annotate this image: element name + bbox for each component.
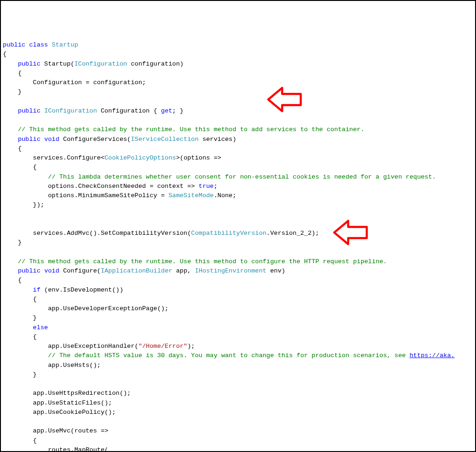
token-type: IConfiguration <box>74 60 127 67</box>
token-plain: app.UseStaticFiles(); <box>33 399 112 406</box>
token-plain: } <box>18 239 21 246</box>
code-line: app.UseDeveloperExceptionPage(); <box>3 304 473 313</box>
token-kw: public <box>18 107 40 114</box>
token-plain: ); <box>187 343 195 350</box>
code-line: app.UseCookiePolicy(); <box>3 408 473 417</box>
code-line: app.UseStaticFiles(); <box>3 399 473 408</box>
token-plain: Configuration = configuration; <box>33 79 146 86</box>
code-line: if (env.IsDevelopment()) <box>3 286 473 295</box>
token-kw: public <box>3 41 26 48</box>
token-plain <box>40 107 44 114</box>
token-plain: routes.MapRoute( <box>48 446 108 452</box>
token-plain: configuration) <box>127 60 184 67</box>
token-kw: else <box>33 324 48 331</box>
token-type: CompatibilityVersion <box>191 230 266 237</box>
token-plain <box>40 136 44 143</box>
code-line: app.UseMvc(routes => <box>3 426 473 436</box>
code-line: // The default HSTS value is 30 days. Yo… <box>3 351 473 360</box>
token-plain: .None; <box>214 192 237 199</box>
token-kw: void <box>44 136 59 143</box>
token-plain: services.AddMvc().SetCompatibilityVersio… <box>33 230 191 237</box>
token-plain: { <box>33 437 37 444</box>
token-plain: options.CheckConsentNeeded = context => <box>48 183 198 190</box>
code-line: Configuration = configuration; <box>3 78 473 87</box>
code-line: services.Configure<CookiePolicyOptions>(… <box>3 153 473 163</box>
token-plain: { <box>33 296 37 303</box>
token-plain: Configuration { <box>97 107 161 114</box>
code-line <box>3 379 473 389</box>
code-line: { <box>3 436 473 445</box>
token-str: "/Home/Error" <box>139 343 187 350</box>
token-plain: { <box>33 333 37 340</box>
code-line <box>3 219 473 229</box>
code-line <box>3 116 473 125</box>
token-plain: app.UseHsts(); <box>48 362 100 369</box>
token-plain: }); <box>33 201 44 208</box>
code-line: { <box>3 332 473 342</box>
token-plain: { <box>3 51 7 58</box>
token-plain: { <box>33 164 37 171</box>
code-line: options.CheckConsentNeeded = context => … <box>3 182 473 191</box>
token-plain: { <box>18 277 21 284</box>
token-plain: app, <box>172 267 195 274</box>
token-plain: services.Configure< <box>33 154 105 161</box>
code-line: // This lambda determines whether user c… <box>3 173 473 182</box>
token-type: CookiePolicyOptions <box>105 154 176 161</box>
token-plain <box>40 267 44 274</box>
code-line: app.UseExceptionHandler("/Home/Error"); <box>3 342 473 351</box>
token-plain: ; <box>214 183 218 190</box>
code-line: { <box>3 50 473 59</box>
token-kw: true <box>198 183 213 190</box>
token-comment: // This method gets called by the runtim… <box>18 258 387 265</box>
token-kw: void <box>44 267 59 274</box>
token-plain: Configure( <box>60 267 101 274</box>
token-plain: } <box>18 88 21 95</box>
token-plain: app.UseMvc(routes => <box>33 427 108 434</box>
code-line: { <box>3 144 473 153</box>
code-line: { <box>3 69 473 78</box>
code-line: public Startup(IConfiguration configurat… <box>3 60 473 69</box>
token-kw: public <box>18 267 40 274</box>
token-plain: { <box>18 70 21 77</box>
token-comment: // The default HSTS value is 30 days. Yo… <box>48 352 410 359</box>
token-kw: if <box>33 286 40 293</box>
token-type: IHostingEnvironment <box>195 267 266 274</box>
code-line: } <box>3 87 473 97</box>
token-plain: app.UseExceptionHandler( <box>48 343 138 350</box>
code-line: // This method gets called by the runtim… <box>3 257 473 266</box>
token-plain: { <box>18 145 21 152</box>
code-line: app.UseHttpsRedirection(); <box>3 389 473 398</box>
code-line <box>3 210 473 219</box>
token-type: SameSiteMode <box>168 192 213 199</box>
code-line <box>3 97 473 106</box>
token-comment: // This method gets called by the runtim… <box>18 126 364 133</box>
token-plain: ConfigureServices( <box>60 136 131 143</box>
code-line: }); <box>3 200 473 210</box>
code-line: { <box>3 295 473 304</box>
token-type: IServiceCollection <box>131 136 198 143</box>
token-kw: public <box>18 136 40 143</box>
code-line: } <box>3 313 473 323</box>
token-type: Startup <box>52 41 78 48</box>
code-line <box>3 417 473 426</box>
code-line: public class Startup <box>3 40 473 50</box>
code-line: public IConfiguration Configuration { ge… <box>3 106 473 116</box>
token-kw: class <box>29 41 48 48</box>
code-line: public void ConfigureServices(IServiceCo… <box>3 135 473 144</box>
token-plain: Startup( <box>40 60 74 67</box>
code-line: // This method gets called by the runtim… <box>3 125 473 134</box>
annotation-arrow-1 <box>266 86 303 113</box>
token-type: IApplicationBuilder <box>101 267 172 274</box>
token-plain: >(options => <box>176 154 221 161</box>
token-plain: (env.IsDevelopment()) <box>40 286 123 293</box>
token-kw: public <box>18 60 40 67</box>
code-line: options.MinimumSameSitePolicy = SameSite… <box>3 191 473 200</box>
code-line: routes.MapRoute( <box>3 445 473 452</box>
annotation-arrow-2 <box>332 219 369 246</box>
token-plain: app.UseHttpsRedirection(); <box>33 390 131 397</box>
code-viewer: public class Startup{ public Startup(ICo… <box>3 40 473 452</box>
token-plain: } <box>33 314 37 321</box>
token-kw: get <box>161 107 172 114</box>
code-line: app.UseHsts(); <box>3 361 473 370</box>
token-plain: .Version_2_2); <box>266 230 319 237</box>
